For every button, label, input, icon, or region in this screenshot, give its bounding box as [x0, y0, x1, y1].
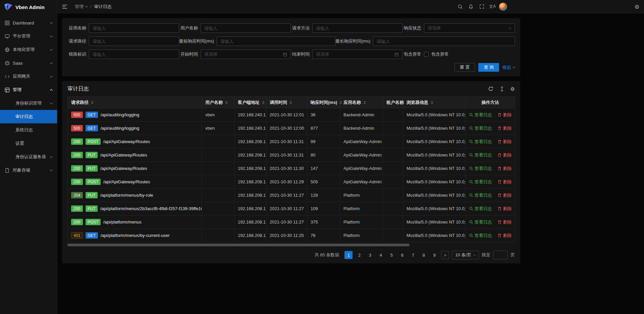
col-app-name[interactable]: 应用名称: [340, 97, 383, 108]
response-status-select[interactable]: 请选择: [424, 23, 515, 33]
sidebar-item-identity-server[interactable]: 身份认证服务器: [0, 150, 57, 164]
horizontal-scrollbar[interactable]: [67, 244, 410, 246]
column-settings-icon[interactable]: ⚙: [511, 86, 515, 91]
sidebar-item-settings[interactable]: 设置: [0, 137, 57, 150]
avatar[interactable]: [498, 0, 508, 13]
include-exception-checkbox[interactable]: [424, 52, 429, 57]
user-name-input[interactable]: [201, 23, 291, 33]
table-row[interactable]: 200PUT/api/platform/menus/2b3accf8-4fb8-…: [68, 202, 515, 215]
sidebar-item-system-log[interactable]: 系统日志: [0, 123, 57, 137]
page-button-8[interactable]: 8: [420, 251, 428, 259]
page-button-3[interactable]: 3: [366, 251, 374, 259]
request-path-input[interactable]: [89, 37, 179, 46]
fullscreen-icon[interactable]: [476, 0, 487, 13]
refresh-icon[interactable]: [488, 86, 493, 91]
collapse-link[interactable]: 收起: [502, 64, 515, 70]
col-invoke-time[interactable]: 调用时间: [266, 97, 307, 108]
sidebar-item-object-storage[interactable]: 对象存储: [0, 164, 57, 177]
request-method-input[interactable]: [312, 23, 402, 33]
view-log-button[interactable]: 查看日志: [469, 219, 492, 225]
view-log-button[interactable]: 查看日志: [469, 233, 492, 239]
delete-button[interactable]: 删除: [497, 112, 512, 118]
view-log-button[interactable]: 查看日志: [469, 166, 492, 172]
table-row[interactable]: 500GET/api/auditing/logging vben 192.168…: [68, 108, 515, 122]
sidebar-item-saas[interactable]: Saas: [0, 56, 57, 70]
menu-fold-icon[interactable]: [62, 0, 71, 13]
col-user-name[interactable]: 用户名称: [202, 97, 234, 108]
col-client-address[interactable]: 客户端地址: [234, 97, 266, 108]
sort-icon[interactable]: [91, 101, 94, 104]
delete-button[interactable]: 删除: [497, 179, 512, 185]
next-page-button[interactable]: >: [441, 251, 449, 259]
table-row[interactable]: 200PUT/api/ApiGateway/Routes 192.168.208…: [68, 162, 515, 175]
view-log-button[interactable]: 查看日志: [469, 139, 492, 145]
table-row[interactable]: 200PUT/api/ApiGateway/Routes 192.168.208…: [68, 148, 515, 162]
search-icon[interactable]: [455, 0, 466, 13]
sort-icon[interactable]: [339, 101, 342, 104]
sidebar-item-management[interactable]: 管理: [0, 83, 57, 97]
breadcrumb-parent[interactable]: 管理: [75, 4, 88, 10]
sidebar-item-gateway[interactable]: 应用网关: [0, 70, 57, 83]
view-log-button[interactable]: 查看日志: [469, 152, 492, 158]
query-button[interactable]: 查 询: [478, 63, 499, 72]
delete-button[interactable]: 删除: [497, 206, 512, 212]
invoke-time-cell: 2021-10-30 12:01: [266, 108, 307, 122]
view-log-button[interactable]: 查看日志: [469, 125, 492, 131]
table-row[interactable]: 200POST/api/ApiGateway/Routes 192.168.20…: [68, 175, 515, 189]
end-time-picker[interactable]: 请选择: [312, 50, 402, 59]
table-row[interactable]: 200POST/api/ApiGateway/Routes 192.168.20…: [68, 135, 515, 148]
page-button-7[interactable]: 7: [409, 251, 417, 259]
translate-icon[interactable]: 文A: [487, 0, 498, 13]
page-button-4[interactable]: 4: [377, 251, 385, 259]
view-log-button[interactable]: 查看日志: [469, 206, 492, 212]
col-request-path[interactable]: 请求路径: [68, 97, 202, 108]
delete-button[interactable]: 删除: [497, 139, 512, 145]
col-tenant-name[interactable]: 租户名称: [383, 97, 403, 108]
col-response-time[interactable]: 响应时间(ms): [307, 97, 340, 108]
sidebar-item-identity-management[interactable]: 身份标识管理: [0, 97, 57, 110]
page-button-6[interactable]: 6: [398, 251, 406, 259]
sidebar-item-localization[interactable]: 本地化管理: [0, 43, 57, 56]
method-badge: PUT: [86, 192, 98, 198]
browser-cell: Mozilla/5.0 (Windows NT 10.0; Win: [403, 175, 466, 189]
table-row[interactable]: 500GET/api/auditing/logging vben 192.168…: [68, 122, 515, 135]
jump-page-input[interactable]: [493, 251, 508, 259]
sort-icon[interactable]: [363, 101, 366, 104]
delete-button[interactable]: 删除: [497, 233, 512, 239]
delete-button[interactable]: 删除: [497, 152, 512, 158]
delete-button[interactable]: 删除: [497, 219, 512, 225]
table-row[interactable]: 401GET/api/platform/menus/by-current-use…: [68, 229, 515, 242]
sort-icon[interactable]: [262, 101, 265, 104]
row-height-icon[interactable]: [499, 86, 504, 91]
reset-button[interactable]: 重 置: [454, 63, 475, 72]
sidebar-item-platform[interactable]: 平台管理: [0, 29, 57, 43]
sort-icon[interactable]: [431, 101, 433, 104]
sort-icon[interactable]: [289, 101, 292, 104]
gear-icon[interactable]: ⚙: [635, 0, 639, 13]
chevron-down-icon: [50, 48, 53, 50]
delete-button[interactable]: 删除: [497, 192, 512, 198]
view-log-button[interactable]: 查看日志: [469, 179, 492, 185]
sidebar-item-audit-log[interactable]: 审计日志: [0, 110, 57, 123]
table-row[interactable]: 204PUT/api/platform/menus/by-role 192.16…: [68, 189, 515, 202]
col-browser-info[interactable]: 浏览器信息: [403, 97, 466, 108]
page-size-select[interactable]: 10 条/页: [452, 251, 479, 259]
page-button-9[interactable]: 9: [430, 251, 438, 259]
delete-button[interactable]: 删除: [497, 125, 512, 131]
delete-button[interactable]: 删除: [497, 166, 512, 172]
page-button-5[interactable]: 5: [387, 251, 395, 259]
max-response-time-input[interactable]: [373, 37, 515, 46]
app-name-input[interactable]: [89, 23, 179, 33]
view-log-button[interactable]: 查看日志: [469, 192, 492, 198]
min-response-time-input[interactable]: [217, 37, 335, 46]
sort-icon[interactable]: [225, 101, 228, 104]
bell-icon[interactable]: [466, 0, 476, 13]
app-logo[interactable]: Vben Admin: [0, 0, 57, 14]
page-button-2[interactable]: 2: [355, 251, 363, 259]
table-row[interactable]: 200POST/api/platform/menus 192.168.208.1…: [68, 215, 515, 229]
view-log-button[interactable]: 查看日志: [469, 112, 492, 118]
start-time-picker[interactable]: 请选择: [201, 50, 291, 59]
trace-id-input[interactable]: [89, 50, 179, 59]
page-button-1[interactable]: 1: [344, 251, 353, 259]
sidebar-item-dashboard[interactable]: Dashboard: [0, 16, 57, 29]
